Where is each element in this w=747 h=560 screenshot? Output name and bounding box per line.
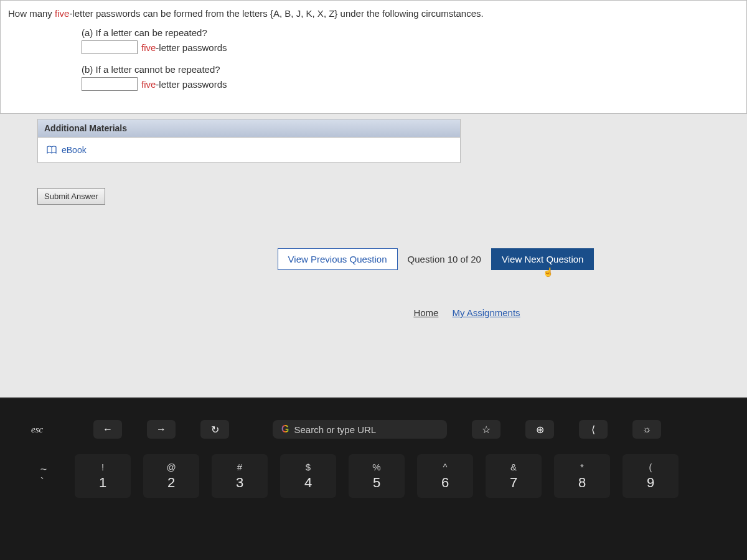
ebook-row: eBook <box>38 138 460 162</box>
key-9[interactable]: (9 <box>622 454 679 498</box>
key-symbol: $ <box>306 462 311 472</box>
key-6[interactable]: ^6 <box>417 454 473 498</box>
tilde-key[interactable]: ~` <box>31 454 56 498</box>
favorite-button[interactable]: ☆ <box>472 420 500 439</box>
key-symbol: # <box>237 462 242 472</box>
question-counter: Question 10 of 20 <box>404 254 485 264</box>
brightness-button[interactable]: ☼ <box>632 420 661 439</box>
question-panel: How many five-letter passwords can be fo… <box>0 0 747 114</box>
reload-button[interactable]: ↻ <box>200 420 229 439</box>
key-7[interactable]: &7 <box>486 454 542 498</box>
prompt-rest: -letter passwords can be formed from the… <box>69 8 483 19</box>
key-number: 6 <box>441 475 449 491</box>
part-a-suffix: five-letter passwords <box>141 42 227 53</box>
reload-icon: ↻ <box>211 424 219 436</box>
part-b-label: (b) If a letter cannot be repeated? <box>82 64 736 75</box>
part-b-input[interactable] <box>82 77 138 91</box>
key-2[interactable]: @2 <box>143 454 199 498</box>
key-symbol: ( <box>649 462 652 472</box>
star-icon: ☆ <box>482 424 491 436</box>
part-b-rest: -letter passwords <box>156 79 227 90</box>
screen-content: How many five-letter passwords can be fo… <box>0 0 747 398</box>
key-number: 2 <box>167 475 175 491</box>
additional-materials-panel: Additional Materials eBook <box>37 119 461 163</box>
additional-materials-header: Additional Materials <box>38 119 460 138</box>
key-number: 5 <box>373 475 380 491</box>
keyboard-number-row: ~` !1@2#3$4%5^6&7*8(9 <box>0 442 747 498</box>
key-symbol: * <box>580 462 584 472</box>
key-number: 3 <box>236 475 243 491</box>
next-button-label: View Next Question <box>502 254 583 264</box>
part-a-rest: -letter passwords <box>156 42 227 53</box>
home-link[interactable]: Home <box>413 307 438 318</box>
plus-circle-icon: ⊕ <box>536 424 544 436</box>
prompt-text: How many <box>8 8 55 19</box>
key-3[interactable]: #3 <box>212 454 268 498</box>
key-8[interactable]: *8 <box>554 454 610 498</box>
key-symbol: @ <box>166 462 176 472</box>
part-a: (a) If a letter can be repeated? five-le… <box>82 27 736 54</box>
key-4[interactable]: $4 <box>280 454 336 498</box>
key-symbol: % <box>372 462 380 472</box>
arrow-right-icon: → <box>156 424 166 435</box>
key-symbol: & <box>510 462 517 472</box>
chevron-left-icon: ⟨ <box>591 424 595 436</box>
book-icon <box>47 146 57 154</box>
key-symbol: ! <box>101 462 104 472</box>
new-tab-button[interactable]: ⊕ <box>525 420 554 439</box>
key-number: 4 <box>304 475 312 491</box>
footer-links: Home My Assignments <box>0 307 747 318</box>
touchbar-search[interactable]: G Search or type URL <box>273 420 447 439</box>
key-5[interactable]: %5 <box>349 454 405 498</box>
key-1[interactable]: !1 <box>75 454 131 498</box>
question-prompt: How many five-letter passwords can be fo… <box>8 8 736 19</box>
part-a-input[interactable] <box>82 40 138 54</box>
ebook-link[interactable]: eBook <box>62 145 87 155</box>
search-placeholder: Search or type URL <box>294 424 376 435</box>
part-b: (b) If a letter cannot be repeated? five… <box>82 64 736 91</box>
laptop-bezel: esc ← → ↻ G Search or type URL ☆ ⊕ ⟨ ☼ ~… <box>0 398 747 560</box>
forward-button[interactable]: → <box>147 420 176 439</box>
key-number: 8 <box>578 475 586 491</box>
back-button[interactable]: ← <box>93 420 122 439</box>
prompt-highlight: five <box>55 8 69 19</box>
view-previous-question-button[interactable]: View Previous Question <box>278 248 398 270</box>
google-icon: G <box>281 424 289 435</box>
my-assignments-link[interactable]: My Assignments <box>452 307 520 318</box>
key-number: 9 <box>647 475 654 491</box>
esc-key[interactable]: esc <box>31 424 68 435</box>
key-symbol: ^ <box>443 462 447 472</box>
part-b-suffix: five-letter passwords <box>141 79 227 90</box>
arrow-left-icon: ← <box>103 424 113 435</box>
submit-answer-button[interactable]: Submit Answer <box>37 188 105 205</box>
view-next-question-button[interactable]: View Next Question ☝ <box>491 248 594 270</box>
touchbar: esc ← → ↻ G Search or type URL ☆ ⊕ ⟨ ☼ <box>0 417 747 442</box>
key-number: 1 <box>99 475 106 491</box>
collapse-button[interactable]: ⟨ <box>579 420 608 439</box>
part-b-highlight: five <box>141 79 156 90</box>
cursor-icon: ☝ <box>543 267 553 277</box>
question-nav: View Previous Question Question 10 of 20… <box>0 248 747 270</box>
part-a-label: (a) If a letter can be repeated? <box>82 27 736 38</box>
part-a-highlight: five <box>141 42 156 53</box>
key-number: 7 <box>510 475 517 491</box>
brightness-icon: ☼ <box>642 424 652 435</box>
